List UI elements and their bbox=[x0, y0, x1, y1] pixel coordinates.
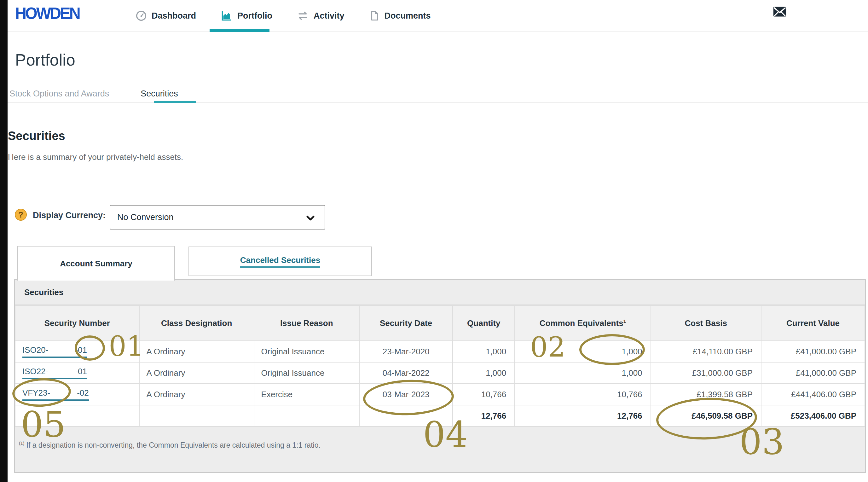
display-currency-value: No Conversion bbox=[110, 212, 174, 222]
table-header-row: Security Number Class Designation Issue … bbox=[15, 305, 865, 341]
col-class-designation: Class Designation bbox=[139, 305, 254, 341]
securities-table: Security Number Class Designation Issue … bbox=[15, 305, 865, 427]
footnote: (1) If a designation is non-converting, … bbox=[19, 441, 320, 450]
top-navigation: HOWDEN Dashboard Portfolio Activity bbox=[7, 0, 868, 32]
cell-class-designation: A Ordinary bbox=[139, 341, 254, 362]
panel-title: Securities bbox=[15, 280, 865, 305]
total-cost-basis: £46,509.58 GBP bbox=[651, 405, 761, 426]
security-number-link[interactable]: ISO20--01 bbox=[22, 345, 87, 358]
portfolio-subtabs: Stock Options and Awards Securities bbox=[9, 89, 178, 99]
cell-current-value: £441,406.00 GBP bbox=[761, 384, 865, 405]
security-number-link[interactable]: ISO22--01 bbox=[22, 367, 87, 379]
gauge-icon bbox=[135, 10, 147, 22]
nav-label: Activity bbox=[314, 11, 344, 21]
col-security-date: Security Date bbox=[359, 305, 453, 341]
cell-empty bbox=[359, 405, 453, 426]
table-total-row: 12,766 12,766 £46,509.58 GBP £523,406.00… bbox=[15, 405, 865, 426]
screen: HOWDEN Dashboard Portfolio Activity bbox=[0, 0, 868, 482]
cell-security-date: 03-Mar-2023 bbox=[359, 384, 453, 405]
col-current-value: Current Value bbox=[761, 305, 865, 341]
nav-label: Documents bbox=[384, 11, 431, 21]
mail-icon[interactable] bbox=[773, 6, 787, 19]
subtab-separator bbox=[7, 102, 868, 103]
cell-issue-reason: Original Issuance bbox=[254, 362, 359, 384]
cell-empty bbox=[15, 405, 139, 426]
cell-quantity: 1,000 bbox=[453, 341, 515, 362]
cell-common-equivalents: 10,766 bbox=[515, 384, 651, 405]
area-chart-icon bbox=[221, 10, 232, 22]
cell-security-date: 04-Mar-2022 bbox=[359, 362, 453, 384]
active-nav-underline bbox=[210, 29, 270, 32]
section-title: Securities bbox=[8, 129, 65, 143]
cell-issue-reason: Exercise bbox=[254, 384, 359, 405]
security-number-link[interactable]: VFY23--02 bbox=[22, 388, 89, 401]
cell-empty bbox=[139, 405, 254, 426]
tab-account-summary[interactable]: Account Summary bbox=[17, 246, 175, 280]
nav-label: Portfolio bbox=[237, 11, 272, 21]
tab-cancelled-securities-label: Cancelled Securities bbox=[240, 255, 320, 268]
col-quantity: Quantity bbox=[453, 305, 515, 341]
cell-common-equivalents: 1,000 bbox=[515, 362, 651, 384]
cell-issue-reason: Original Issuance bbox=[254, 341, 359, 362]
cell-common-equivalents: 1,000 bbox=[515, 341, 651, 362]
footnote-marker: 1 bbox=[623, 319, 626, 324]
total-quantity: 12,766 bbox=[453, 405, 515, 426]
col-issue-reason: Issue Reason bbox=[254, 305, 359, 341]
howden-logo: HOWDEN bbox=[15, 4, 80, 23]
col-common-equivalents: Common Equivalents1 bbox=[515, 305, 651, 341]
help-icon[interactable]: ? bbox=[15, 209, 27, 221]
nav-item-portfolio[interactable]: Portfolio bbox=[221, 10, 272, 22]
nav-item-dashboard[interactable]: Dashboard bbox=[135, 10, 196, 22]
subtab-securities[interactable]: Securities bbox=[141, 89, 178, 99]
page-title: Portfolio bbox=[15, 51, 75, 69]
nav-label: Dashboard bbox=[152, 11, 196, 21]
cell-class-designation: A Ordinary bbox=[139, 384, 254, 405]
col-cost-basis: Cost Basis bbox=[651, 305, 761, 341]
cell-cost-basis: £1,399.58 GBP bbox=[651, 384, 761, 405]
left-edge-strip bbox=[0, 0, 7, 482]
col-security-number: Security Number bbox=[15, 305, 139, 341]
cell-class-designation: A Ordinary bbox=[139, 362, 254, 384]
nav-item-documents[interactable]: Documents bbox=[369, 10, 431, 22]
table-row: ISO20--01 A Ordinary Original Issuance 2… bbox=[15, 341, 865, 362]
total-current-value: £523,406.00 GBP bbox=[761, 405, 865, 426]
cell-quantity: 10,766 bbox=[453, 384, 515, 405]
cell-current-value: £41,000.00 GBP bbox=[761, 341, 865, 362]
cell-quantity: 1,000 bbox=[453, 362, 515, 384]
subtab-stock-options-and-awards[interactable]: Stock Options and Awards bbox=[9, 89, 109, 99]
display-currency-select[interactable]: No Conversion bbox=[110, 205, 325, 230]
document-icon bbox=[369, 10, 380, 22]
chevron-down-icon bbox=[305, 212, 316, 224]
section-description: Here is a summary of your privately-held… bbox=[8, 152, 183, 162]
transfer-arrows-icon bbox=[297, 10, 309, 22]
display-currency-label: Display Currency: bbox=[33, 211, 105, 220]
cell-security-date: 23-Mar-2020 bbox=[359, 341, 453, 362]
table-row: VFY23--02 A Ordinary Exercise 03-Mar-202… bbox=[15, 384, 865, 405]
total-common-equivalents: 12,766 bbox=[515, 405, 651, 426]
cell-empty bbox=[254, 405, 359, 426]
cell-cost-basis: £31,000.00 GBP bbox=[651, 362, 761, 384]
nav-item-activity[interactable]: Activity bbox=[297, 10, 344, 22]
cell-cost-basis: £14,110.00 GBP bbox=[651, 341, 761, 362]
cell-current-value: £41,000.00 GBP bbox=[761, 362, 865, 384]
table-row: ISO22--01 A Ordinary Original Issuance 0… bbox=[15, 362, 865, 384]
nav-items: Dashboard Portfolio Activity Documents bbox=[135, 0, 431, 32]
tab-cancelled-securities[interactable]: Cancelled Securities bbox=[188, 246, 372, 276]
active-subtab-underline bbox=[154, 101, 196, 103]
